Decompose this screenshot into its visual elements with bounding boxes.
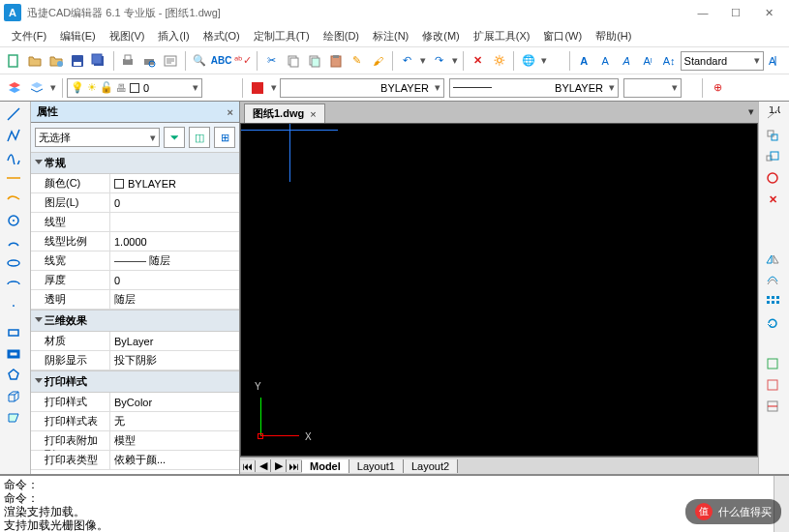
undo-icon[interactable]: ↶ [397, 50, 417, 72]
text-style-icon[interactable]: A↕ [659, 50, 680, 72]
drawing-canvas[interactable]: X Y [240, 123, 758, 457]
polyline-icon[interactable] [0, 125, 27, 146]
layout-tab-1[interactable]: Layout1 [349, 459, 404, 473]
tab-list-icon[interactable]: ▾ [748, 105, 754, 118]
cut-icon[interactable]: ✂ [261, 50, 282, 72]
prop-value[interactable]: 无 [110, 412, 239, 430]
xline-icon[interactable] [0, 167, 27, 189]
layer-combo[interactable]: 💡 ☀ 🔓 🖶 0 ▾ [67, 78, 202, 98]
panel-close-icon[interactable]: × [228, 106, 233, 118]
world-icon[interactable]: 🌐 [518, 50, 538, 72]
prop-row[interactable]: 打印样式表无 [31, 412, 239, 431]
brush-icon[interactable]: 🖌 [368, 50, 388, 72]
trim-green-icon[interactable] [759, 353, 786, 374]
minimize-button[interactable]: — [686, 2, 719, 23]
ellipse-icon[interactable] [0, 252, 27, 274]
copy-base-icon[interactable] [304, 50, 324, 72]
select-objects-icon[interactable]: ◫ [189, 127, 210, 148]
check-icon[interactable]: ᵃᵇ✓ [232, 50, 253, 72]
line-icon[interactable] [0, 103, 27, 125]
text-height-icon[interactable]: AI [638, 50, 658, 72]
layout-tab-2[interactable]: Layout2 [404, 459, 458, 473]
point-icon[interactable]: · [0, 295, 27, 316]
dist-icon[interactable]: 1.0 [759, 103, 786, 125]
move-icon[interactable] [759, 125, 786, 146]
prop-value[interactable]: ByColor [110, 393, 239, 411]
print-icon[interactable] [118, 50, 138, 72]
world-dd-icon[interactable]: ▾ [539, 50, 549, 72]
arc-icon[interactable] [0, 231, 27, 252]
prop-row[interactable]: 打印样式ByColor [31, 393, 239, 412]
save-icon[interactable] [68, 50, 88, 72]
match-prop-icon[interactable]: ✎ [347, 50, 367, 72]
tab-close-icon[interactable]: × [310, 108, 316, 120]
menu-item[interactable]: 编辑(E) [54, 27, 102, 45]
prop-row[interactable]: 线型比例1.0000 [31, 232, 239, 251]
find-icon[interactable]: 🔍 [190, 50, 210, 72]
command-line[interactable]: 命令： 命令： 渲染支持加载。 支持加载光栅图像。 [0, 474, 789, 532]
hatch-red-icon[interactable] [759, 374, 786, 396]
copy-icon[interactable] [283, 50, 303, 72]
close-button[interactable]: ✕ [752, 2, 785, 23]
layer-states-icon[interactable] [26, 77, 47, 99]
prop-group-header[interactable]: 常规 [31, 152, 239, 174]
menu-item[interactable]: 插入(I) [152, 27, 195, 45]
prop-value[interactable]: ByLayer [110, 332, 239, 350]
prop-row[interactable]: 打印表附加到模型 [31, 431, 239, 451]
prop-value[interactable]: 随层 [110, 290, 239, 309]
quickselect-icon[interactable]: ⏷ [164, 127, 185, 148]
redo-icon[interactable]: ↷ [429, 50, 449, 72]
open-icon[interactable] [25, 50, 46, 72]
prop-group-header[interactable]: 打印样式 [31, 370, 239, 393]
prop-value[interactable]: 依赖于颜... [110, 451, 239, 469]
spell-icon[interactable]: ABC [211, 50, 232, 72]
linetype-combo[interactable]: BYLAYER ▾ [280, 78, 444, 98]
maximize-button[interactable]: ☐ [719, 2, 752, 23]
ucs-icon[interactable]: ⊕ [707, 77, 728, 99]
undo-dd-icon[interactable]: ▾ [418, 50, 428, 72]
menu-item[interactable]: 文件(F) [6, 27, 52, 45]
spline-icon[interactable] [0, 146, 27, 167]
prop-value[interactable]: 模型 [110, 431, 239, 450]
prop-row[interactable]: 材质ByLayer [31, 332, 239, 351]
text-a2-icon[interactable]: A [595, 50, 616, 72]
layout-next-icon[interactable]: ▶ [271, 459, 287, 472]
menu-item[interactable]: 帮助(H) [590, 27, 637, 45]
plot-style-combo[interactable]: ▾ [623, 78, 682, 98]
mirror-icon[interactable] [759, 249, 786, 270]
circle-icon[interactable] [0, 210, 27, 231]
text-a1-icon[interactable]: A [574, 50, 594, 72]
prop-value[interactable]: 1.0000 [110, 232, 239, 251]
color-dd-icon[interactable]: ▾ [269, 77, 279, 99]
delete-icon[interactable]: ✕ [468, 50, 488, 72]
document-tab[interactable]: 图纸1.dwg × [244, 103, 325, 123]
flag-icon[interactable]: 🔅 [489, 50, 509, 72]
menu-item[interactable]: 定制工具(T) [248, 27, 316, 45]
prop-row[interactable]: 透明随层 [31, 290, 239, 310]
prop-value[interactable] [110, 213, 239, 231]
lineweight-combo[interactable]: BYLAYER ▾ [449, 78, 619, 98]
prop-row[interactable]: 线型 [31, 213, 239, 232]
paste-icon[interactable] [325, 50, 346, 72]
text-style-combo[interactable]: Standard ▾ [681, 51, 764, 71]
open-cloud-icon[interactable] [46, 50, 67, 72]
layout-last-icon[interactable]: ⏭ [287, 460, 302, 472]
layer-manager-icon[interactable] [4, 77, 25, 99]
color-picker-icon[interactable] [247, 77, 268, 99]
erase-icon[interactable]: ✕ [759, 189, 786, 210]
prop-group-header[interactable]: 三维效果 [31, 310, 239, 332]
menu-item[interactable]: 扩展工具(X) [468, 27, 536, 45]
toggle-pv-icon[interactable]: ⊞ [214, 127, 235, 148]
offset-icon[interactable] [759, 270, 786, 291]
prop-row[interactable]: 阴影显示投下阴影 [31, 351, 239, 370]
rect-icon[interactable] [0, 322, 27, 343]
prop-row[interactable]: 颜色(C)BYLAYER [31, 174, 239, 193]
array-icon[interactable] [759, 291, 786, 312]
region-icon[interactable] [0, 407, 27, 429]
menu-item[interactable]: 窗口(W) [537, 27, 588, 45]
layout-prev-icon[interactable]: ◀ [256, 459, 271, 472]
redo-dd-icon[interactable]: ▾ [450, 50, 460, 72]
rotate-icon[interactable] [759, 312, 786, 334]
text-tool-icon[interactable]: A [765, 50, 785, 72]
prop-row[interactable]: 线宽——— 随层 [31, 251, 239, 271]
